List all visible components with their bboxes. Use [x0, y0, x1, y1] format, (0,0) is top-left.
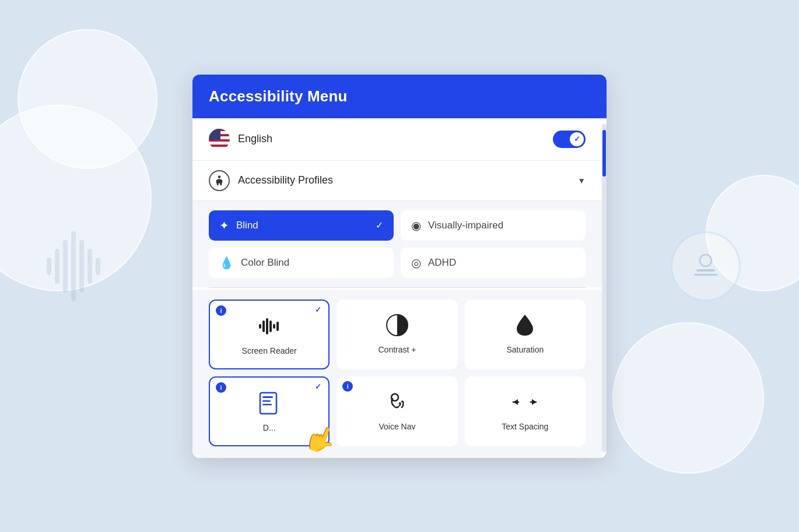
scrollbar-track[interactable] [602, 124, 607, 452]
feature-voice-nav[interactable]: i Voice Nav [337, 376, 457, 446]
toggle-check-icon: ✓ [574, 135, 580, 143]
bg-soundwave [47, 231, 100, 301]
bg-circle-4 [612, 322, 764, 474]
feature-contrast[interactable]: Contrast + [337, 300, 457, 369]
bg-circle-3 [706, 175, 799, 291]
bg-right-widget [671, 231, 741, 301]
saturation-icon [511, 311, 539, 339]
svg-rect-1 [696, 269, 715, 272]
feature-saturation[interactable]: Saturation [465, 300, 586, 369]
text-spacing-label: Text Spacing [502, 422, 548, 431]
svg-point-3 [218, 175, 221, 178]
flag-icon [209, 129, 230, 150]
saturation-label: Saturation [506, 345, 544, 354]
profile-color-blind[interactable]: 💧 Color Blind [209, 248, 394, 278]
feature-text-spacing[interactable]: Text Spacing [465, 376, 586, 446]
svg-point-15 [391, 394, 398, 401]
accessibility-icon [209, 170, 230, 191]
accessibility-profiles-row[interactable]: Accessibility Profiles ▼ [192, 161, 602, 201]
text-spacing-icon [511, 388, 539, 416]
svg-rect-4 [259, 324, 261, 329]
chevron-down-icon: ▼ [577, 176, 586, 185]
wave-bar [63, 240, 68, 293]
contrast-icon [383, 311, 411, 339]
cursor-finger-icon: 👆 [301, 419, 341, 458]
dictionary-check-icon: ✓ [315, 382, 321, 391]
voice-nav-label: Voice Nav [379, 422, 415, 431]
svg-point-0 [700, 255, 712, 266]
svg-rect-12 [262, 396, 273, 398]
svg-rect-8 [273, 324, 275, 329]
blind-icon: ✦ [219, 219, 229, 232]
features-grid-row2: i ✓ D... 👆 i [192, 376, 602, 458]
color-blind-icon: 💧 [219, 256, 234, 270]
profile-blind[interactable]: ✦ Blind ✓ [209, 210, 394, 241]
features-grid-row1: i ✓ Screen Reader [192, 290, 602, 376]
profiles-label: Accessibility Profiles [238, 174, 577, 186]
panel-with-scrollbar: English ✓ Accessibility Profiles ▼ [192, 118, 607, 458]
screen-reader-icon [255, 312, 283, 340]
wave-bar [87, 249, 92, 284]
wave-bar [47, 258, 51, 275]
wave-bar [96, 258, 100, 275]
svg-rect-2 [694, 274, 717, 276]
blind-label: Blind [236, 220, 369, 231]
section-divider [209, 287, 586, 288]
dictionary-icon [255, 389, 283, 417]
svg-marker-19 [532, 399, 537, 405]
dictionary-label: D... [263, 423, 276, 432]
voice-nav-info-icon[interactable]: i [342, 381, 353, 392]
language-row: English ✓ [192, 118, 602, 161]
screen-reader-info-icon[interactable]: i [216, 305, 226, 316]
scrollbar-thumb [602, 130, 606, 177]
visually-impaired-label: Visually-impaired [428, 220, 575, 231]
bg-circle-1 [0, 105, 152, 291]
language-label: English [238, 133, 553, 145]
color-blind-label: Color Blind [241, 257, 383, 269]
svg-marker-18 [513, 399, 518, 405]
toggle-knob: ✓ [570, 132, 584, 146]
panel-title: Accessibility Menu [209, 87, 348, 105]
screen-reader-label: Screen Reader [242, 346, 297, 355]
accessibility-panel: Accessibility Menu English ✓ [192, 75, 607, 458]
svg-rect-6 [266, 318, 268, 334]
svg-rect-9 [276, 322, 279, 331]
bg-circle-2 [17, 29, 157, 169]
contrast-label: Contrast + [379, 345, 416, 354]
language-toggle[interactable]: ✓ [553, 131, 586, 148]
wave-bar [79, 240, 84, 293]
svg-rect-13 [262, 400, 271, 402]
profile-visually-impaired[interactable]: ◉ Visually-impaired [401, 210, 586, 241]
voice-nav-icon [383, 388, 411, 416]
feature-screen-reader[interactable]: i ✓ Screen Reader [209, 300, 330, 369]
profiles-grid: ✦ Blind ✓ ◉ Visually-impaired 💧 Color Bl… [192, 201, 602, 287]
wave-bar [55, 249, 59, 284]
dictionary-info-icon[interactable]: i [216, 382, 226, 393]
feature-dictionary[interactable]: i ✓ D... 👆 [209, 376, 330, 446]
svg-rect-7 [269, 320, 272, 332]
svg-rect-14 [262, 404, 272, 406]
svg-rect-5 [262, 320, 265, 332]
adhd-label: ADHD [428, 257, 575, 269]
visually-impaired-icon: ◉ [411, 219, 421, 232]
panel-content: English ✓ Accessibility Profiles ▼ [192, 118, 602, 458]
panel-header: Accessibility Menu [192, 75, 607, 118]
svg-rect-11 [260, 393, 276, 414]
profile-adhd[interactable]: ◎ ADHD [401, 248, 586, 278]
adhd-icon: ◎ [411, 256, 421, 270]
wave-bar [71, 231, 76, 301]
screen-reader-check-icon: ✓ [315, 305, 321, 314]
blind-check-icon: ✓ [376, 220, 383, 231]
